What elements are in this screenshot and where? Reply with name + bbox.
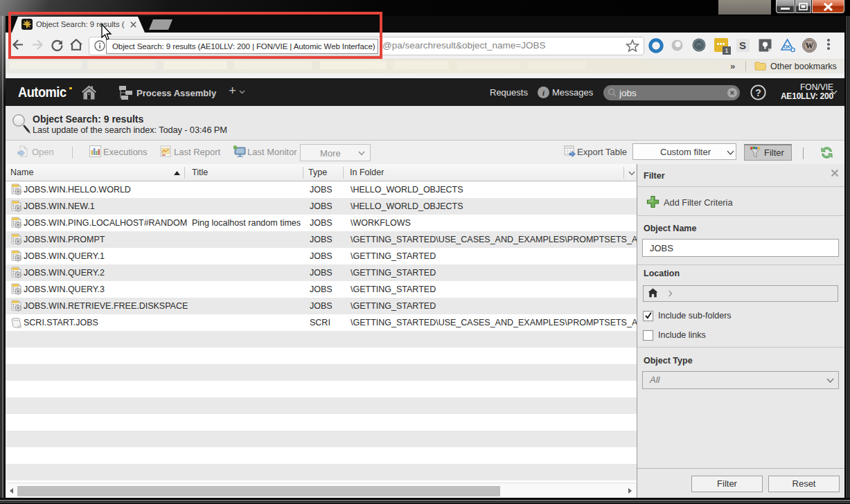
svg-text:OK: OK (783, 44, 790, 49)
svg-text:W: W (806, 42, 814, 50)
